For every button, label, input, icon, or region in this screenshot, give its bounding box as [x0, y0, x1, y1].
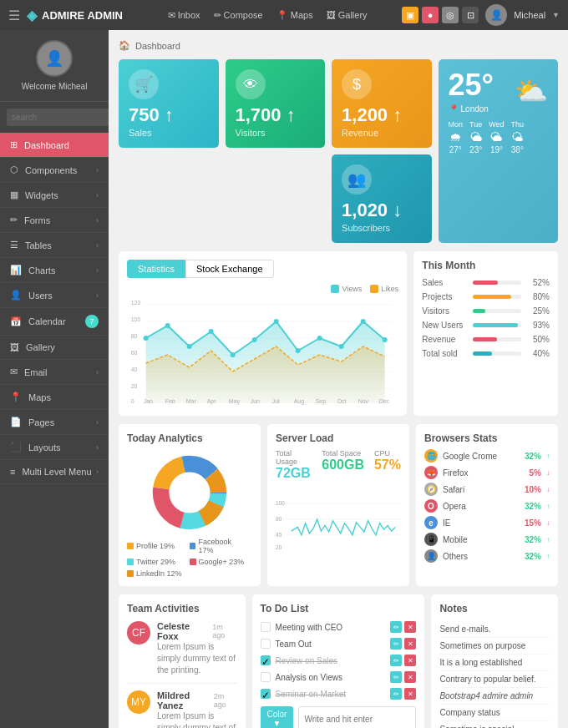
- likes-dot: [370, 285, 378, 293]
- user-dropdown-icon[interactable]: ▼: [552, 11, 560, 19]
- chrome-icon: 🌐: [424, 449, 438, 463]
- sidebar-item-users[interactable]: 👤Users ›: [0, 283, 109, 308]
- todo-item-2: ✓ Review on Sales ✏ ✕: [261, 655, 417, 666]
- ie-dir-icon: ↓: [546, 519, 550, 527]
- top-nav-links: ✉ Inbox ✏ Compose 📍 Maps 🖼 Gallery: [133, 10, 402, 21]
- mon-temp: 27°: [449, 145, 462, 154]
- todo-del-3[interactable]: ✕: [404, 671, 416, 683]
- nav-icon-1[interactable]: ▣: [402, 7, 418, 23]
- sidebar-item-forms[interactable]: ✏Forms ›: [0, 208, 109, 233]
- sidebar-user: 👤 Welcome Micheal: [0, 30, 109, 102]
- sidebar-item-widgets[interactable]: ▦Widgets ›: [0, 183, 109, 208]
- sidebar-item-calendar[interactable]: 📅Calendar 7: [0, 308, 109, 336]
- weather-main-icon: ⛅: [515, 75, 548, 107]
- month-label-visitors: Visitors: [422, 306, 468, 316]
- tab-stock-exchange[interactable]: Stock Exchange: [185, 260, 274, 278]
- others-name: Others: [443, 552, 520, 561]
- team-activities-panel: Team Activities CF Celeste Foxx 1m ago L…: [119, 594, 246, 728]
- sidebar-item-layouts[interactable]: ⬛Layouts ›: [0, 435, 109, 460]
- todo-check-1[interactable]: [261, 639, 271, 649]
- todo-color-button[interactable]: Color ▼: [261, 706, 294, 728]
- multilevel-icon: ≡: [10, 467, 15, 477]
- month-bar-wrap-visitors: [473, 309, 521, 313]
- main-wrapper: 👤 Welcome Micheal 🔍 ⊞Dashboard ⬡Componen…: [0, 30, 568, 728]
- hamburger-icon[interactable]: ☰: [8, 8, 20, 23]
- sidebar-item-tables[interactable]: ☰Tables ›: [0, 233, 109, 258]
- nav-link-compose[interactable]: ✏ Compose: [214, 10, 263, 21]
- svg-point-19: [274, 319, 279, 324]
- sidebar-item-email[interactable]: ✉Email ›: [0, 360, 109, 385]
- sidebar-label-components: Components: [25, 165, 77, 175]
- month-item-visitors: Visitors 25%: [422, 306, 550, 316]
- todo-edit-2[interactable]: ✏: [390, 655, 402, 666]
- month-bar-projects: [473, 295, 511, 299]
- note-item-0: Send e-mails.: [439, 621, 550, 638]
- team-text-1: Lorem Ipsum is simply dummy text of the …: [157, 710, 237, 728]
- browser-item-safari: 🧭 Safari 10% ↓: [424, 483, 550, 496]
- month-pct-revenue: 50%: [526, 335, 550, 344]
- month-bar-revenue: [473, 337, 497, 341]
- nav-link-gallery[interactable]: 🖼 Gallery: [327, 10, 368, 21]
- nav-icon-4[interactable]: ⊡: [462, 7, 479, 23]
- todo-edit-1[interactable]: ✏: [390, 638, 402, 650]
- todo-check-2[interactable]: ✓: [261, 655, 271, 665]
- svg-text:Feb: Feb: [165, 398, 175, 404]
- nav-link-inbox[interactable]: ✉ Inbox: [168, 10, 200, 21]
- sidebar-item-maps[interactable]: 📍Maps: [0, 385, 109, 410]
- team-time-1: 2m ago: [214, 692, 237, 709]
- legend-views: Views: [331, 285, 362, 293]
- sidebar-item-pages[interactable]: 📄Pages ›: [0, 410, 109, 435]
- tab-statistics[interactable]: Statistics: [127, 260, 185, 278]
- todo-edit-0[interactable]: ✏: [390, 621, 402, 633]
- top-nav-right: ▣ ● ◎ ⊡ 👤 Micheal ▼: [402, 4, 560, 26]
- stats-row: Statistics Stock Exchange Views Likes: [119, 251, 558, 416]
- mobile-pct: 32%: [525, 535, 541, 544]
- todo-edit-4[interactable]: ✏: [390, 688, 402, 700]
- todo-check-0[interactable]: [261, 622, 271, 632]
- space-label: Total Space: [322, 449, 364, 458]
- sidebar-label-gallery: Gallery: [26, 342, 55, 352]
- brand-icon: ◈: [27, 8, 37, 23]
- sidebar-label-forms: Forms: [24, 215, 50, 225]
- opera-pct: 32%: [525, 502, 541, 511]
- mon-icon: 🌧: [449, 130, 461, 144]
- nav-icon-2[interactable]: ●: [422, 7, 439, 23]
- todo-del-1[interactable]: ✕: [404, 638, 416, 650]
- nav-link-maps[interactable]: 📍 Maps: [276, 10, 313, 21]
- todo-add-input[interactable]: [298, 706, 416, 728]
- todo-check-3[interactable]: [261, 672, 271, 682]
- note-item-2: It is a long established: [439, 655, 550, 671]
- chart-legend: Views Likes: [127, 285, 398, 293]
- sidebar-item-components[interactable]: ⬡Components ›: [0, 158, 109, 183]
- sidebar-item-charts[interactable]: 📊Charts ›: [0, 258, 109, 283]
- nav-icon-3[interactable]: ◎: [442, 7, 459, 23]
- sidebar-label-calendar: Calendar: [28, 316, 66, 326]
- note-item-3: Contrary to popular belief.: [439, 671, 550, 688]
- charts-icon: 📊: [10, 265, 22, 276]
- todo-del-2[interactable]: ✕: [404, 655, 416, 666]
- month-bar-wrap-revenue: [473, 337, 521, 341]
- chevron-icon: ›: [96, 443, 99, 452]
- team-item-0: CF Celeste Foxx 1m ago Lorem Ipsum is si…: [127, 621, 237, 684]
- sidebar-item-dashboard[interactable]: ⊞Dashboard: [0, 133, 109, 158]
- brand-logo: ◈ ADMIRE ADMIN: [27, 8, 123, 23]
- legend-twitter-label: Twitter 29%: [136, 558, 175, 566]
- todo-title: To Do List: [261, 603, 417, 614]
- widgets-icon: ▦: [10, 190, 18, 200]
- sidebar-item-gallery[interactable]: 🖼Gallery: [0, 336, 109, 360]
- chevron-icon: ›: [96, 266, 99, 275]
- todo-check-4[interactable]: ✓: [261, 689, 271, 699]
- browser-item-others: 👤 Others 32% ↑: [424, 549, 550, 563]
- server-stat-usage: Total Usage 72GB: [276, 449, 312, 481]
- donut-svg: [144, 447, 236, 538]
- thu-icon: 🌤: [511, 130, 523, 144]
- sidebar-item-multilevel[interactable]: ≡Multi Level Menu ›: [0, 460, 109, 484]
- donut-legend: Profile 19% Facebook 17% Twitter 29% Goo…: [127, 538, 252, 578]
- todo-del-0[interactable]: ✕: [404, 621, 416, 633]
- month-bar-newusers: [473, 323, 518, 327]
- ie-name: IE: [443, 518, 520, 528]
- todo-edit-3[interactable]: ✏: [390, 671, 402, 683]
- sidebar-label-dashboard: Dashboard: [24, 140, 69, 150]
- search-input[interactable]: [7, 109, 123, 126]
- todo-del-4[interactable]: ✕: [404, 688, 416, 700]
